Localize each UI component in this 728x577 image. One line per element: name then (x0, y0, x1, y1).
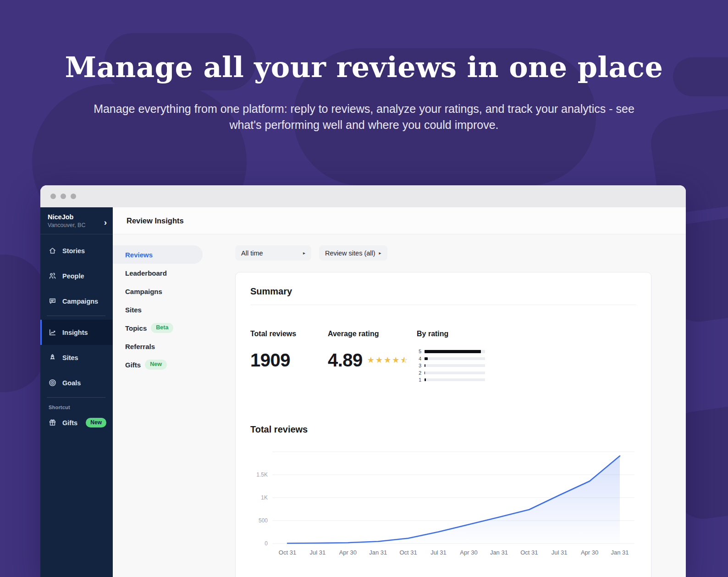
sidebar-group: InsightsSitesGoals (40, 316, 113, 395)
window-dot-icon (61, 194, 66, 199)
caret-right-icon: ▸ (379, 250, 381, 255)
page: Manage all your reviews in one place Man… (0, 0, 728, 577)
svg-text:Jan 31: Jan 31 (369, 549, 387, 556)
sidebar: NiceJob Vancouver, BC › StoriesPeopleCam… (40, 207, 113, 577)
star-fill: ★ (400, 356, 404, 364)
svg-text:Jan 31: Jan 31 (490, 549, 508, 556)
subnav-item-topics[interactable]: TopicsBeta (113, 319, 203, 337)
svg-text:Oct 31: Oct 31 (279, 549, 296, 556)
sidebar-item-gifts[interactable]: GiftsNew (40, 410, 113, 435)
org-switcher[interactable]: NiceJob Vancouver, BC › (40, 207, 113, 234)
rocket-icon (49, 354, 56, 361)
app-window: NiceJob Vancouver, BC › StoriesPeopleCam… (40, 185, 686, 577)
people-icon (49, 272, 56, 280)
star-icon: ★ (384, 356, 391, 364)
rating-bar (425, 378, 426, 381)
beta-badge: Beta (151, 323, 173, 333)
rating-row-label: 5 (417, 349, 421, 354)
subnav-item-referrals[interactable]: Referrals (113, 337, 203, 355)
sidebar-item-label: Stories (62, 247, 85, 255)
window-body: NiceJob Vancouver, BC › StoriesPeopleCam… (40, 207, 686, 577)
svg-text:Jul 31: Jul 31 (552, 549, 568, 556)
rating-bar (425, 350, 481, 353)
rating-bar (425, 372, 425, 374)
rating-row-label: 1 (417, 377, 421, 383)
rating-row: 5 (417, 349, 485, 354)
sidebar-item-label: Sites (62, 354, 78, 361)
target-icon (49, 379, 56, 387)
sidebar-item-campaigns[interactable]: Campaigns (40, 288, 113, 314)
bg-blob (0, 255, 46, 392)
rating-bar (425, 364, 425, 367)
subnav-item-leaderboard[interactable]: Leaderboard (113, 264, 203, 282)
svg-text:Oct 31: Oct 31 (520, 549, 538, 556)
subnav-item-label: Referrals (125, 343, 155, 350)
rating-bar-track (425, 378, 485, 381)
star-icon: ★ (375, 356, 383, 364)
sidebar-group: StoriesPeopleCampaigns (40, 234, 113, 314)
filter-all-time[interactable]: All time▸ (235, 245, 311, 261)
rating-line: 4.89 ★★★★☆★ (328, 351, 417, 369)
home-icon (49, 247, 56, 255)
svg-text:Apr 30: Apr 30 (581, 549, 598, 556)
subnav-item-reviews[interactable]: Reviews (113, 245, 203, 264)
subnav: ReviewsLeaderboardCampaignsSitesTopicsBe… (113, 245, 203, 577)
subnav-item-label: Reviews (125, 251, 153, 259)
subnav-item-gifts[interactable]: GiftsNew (113, 355, 203, 374)
rating-row-label: 2 (417, 371, 421, 376)
filter-row: All time▸Review sites (all)▸ (235, 245, 651, 261)
main-column: All time▸Review sites (all)▸ Summary Tot… (235, 245, 651, 577)
subnav-item-label: Topics (125, 324, 147, 332)
rating-bar-track (425, 350, 485, 353)
summary-card: Summary Total reviews 1909 Average ratin… (235, 272, 651, 577)
subnav-item-campaigns[interactable]: Campaigns (113, 282, 203, 300)
sidebar-item-people[interactable]: People (40, 263, 113, 288)
hero-subtitle: Manage everything from one platform: rep… (94, 101, 634, 133)
y-axis-labels: 05001K1.5K (256, 472, 268, 547)
chart-area (287, 456, 620, 544)
org-name: NiceJob (48, 213, 106, 221)
window-titlebar (40, 185, 686, 207)
star-filled: ★ (400, 356, 404, 364)
svg-text:Jan 31: Jan 31 (611, 549, 629, 556)
filter-review-sites-all-[interactable]: Review sites (all)▸ (319, 245, 387, 261)
svg-text:500: 500 (259, 517, 268, 524)
stat-label: By rating (417, 330, 485, 338)
subnav-item-label: Leaderboard (125, 269, 167, 277)
sidebar-item-label: Insights (62, 329, 88, 336)
stat-value: 1909 (250, 351, 328, 369)
subnav-item-label: Gifts (125, 361, 141, 369)
page-header: Review Insights (113, 207, 686, 234)
svg-text:Apr 30: Apr 30 (460, 549, 477, 556)
sidebar-item-sites[interactable]: Sites (40, 345, 113, 370)
star-icon: ★ (367, 356, 375, 364)
caret-right-icon: ▸ (303, 250, 305, 255)
page-title: Review Insights (127, 216, 184, 225)
svg-text:0: 0 (265, 540, 268, 547)
subnav-item-sites[interactable]: Sites (113, 300, 203, 319)
new-badge: New (86, 418, 106, 427)
rating-row: 1 (417, 377, 485, 383)
sidebar-item-insights[interactable]: Insights (40, 320, 113, 345)
star-half-icon: ☆★ (400, 356, 408, 364)
stat-label: Total reviews (250, 330, 328, 338)
sidebar-item-stories[interactable]: Stories (40, 238, 113, 263)
rating-row: 4 (417, 356, 485, 361)
rating-row-label: 4 (417, 356, 421, 361)
chevron-right-icon: › (104, 217, 107, 227)
filter-label: All time (241, 250, 263, 257)
content: ReviewsLeaderboardCampaignsSitesTopicsBe… (113, 234, 686, 577)
sidebar-item-goals[interactable]: Goals (40, 370, 113, 395)
sidebar-item-label: Campaigns (62, 298, 98, 305)
svg-text:Apr 30: Apr 30 (339, 549, 357, 556)
rating-bar-track (425, 372, 485, 374)
subnav-item-label: Campaigns (125, 288, 162, 295)
sidebar-item-label: Gifts (62, 419, 77, 427)
stat-value: 4.89 (328, 351, 363, 369)
rating-bar-track (425, 357, 485, 360)
new-badge: New (145, 360, 167, 370)
main-area: Review Insights ReviewsLeaderboardCampai… (113, 207, 686, 577)
x-axis-labels: Oct 31Jul 31Apr 30Jan 31Oct 31Jul 31Apr … (279, 549, 629, 556)
sidebar-item-label: People (62, 272, 84, 280)
summary-stats: Total reviews 1909 Average rating 4.89 ★… (250, 330, 636, 385)
